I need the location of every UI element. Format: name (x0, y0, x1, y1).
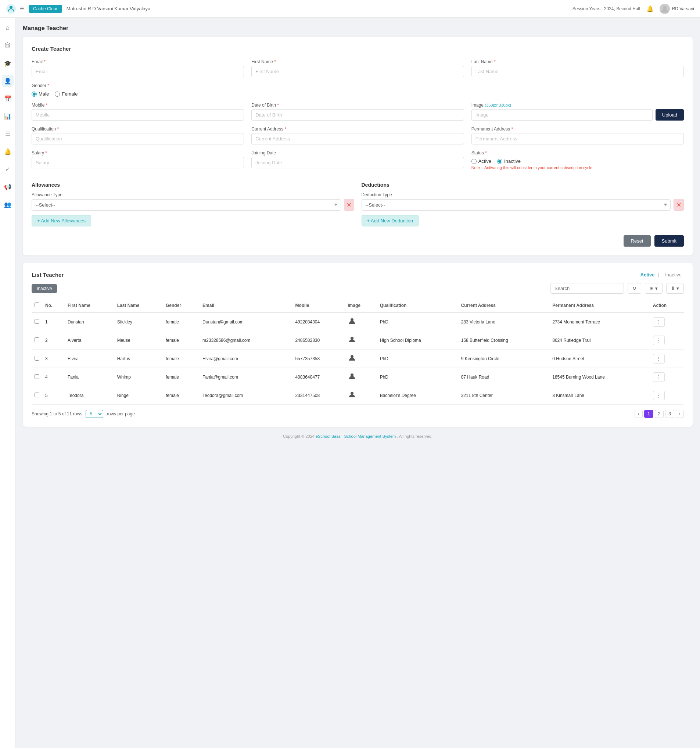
mobile-field[interactable] (32, 109, 244, 120)
status-label: Status * (471, 151, 684, 155)
cell-permanent-address: 8 Kinsman Lane (549, 386, 650, 405)
footer-suffix: . All rights reserved. (397, 434, 433, 438)
status-inactive-option[interactable]: Inactive (497, 158, 521, 164)
pagination-page-3[interactable]: 3 (665, 410, 674, 418)
menu-icon[interactable]: ☰ (20, 6, 24, 11)
reset-button[interactable]: Reset (624, 235, 651, 247)
cell-image (345, 312, 377, 331)
allowance-type-select[interactable]: --Select-- (32, 199, 341, 211)
permanent-address-label: Permanent Address * (471, 126, 684, 132)
per-page-select[interactable]: 5 10 25 (86, 410, 103, 418)
sidebar-item-chart[interactable]: 📊 (2, 110, 14, 122)
image-field[interactable] (471, 109, 653, 120)
search-input[interactable] (550, 283, 624, 294)
allowance-delete-button[interactable]: ✕ (344, 199, 354, 211)
form-row-3: Mobile * Date of Birth * Image (368px*33… (32, 103, 684, 120)
cache-clear-button[interactable]: Cache Clear (29, 5, 62, 13)
sidebar: ⌂ 🏛 🎓 👤 📅 📊 ☰ 🔔 ✓ 📢 👥 (0, 18, 15, 453)
cell-no: 1 (42, 312, 65, 331)
sidebar-item-list[interactable]: ☰ (2, 128, 14, 140)
permanent-address-field[interactable] (471, 133, 684, 144)
table-body: 1 Dunstan Stickley female Dunstan@gmail.… (32, 312, 684, 405)
action-menu-button[interactable]: ⋮ (653, 336, 665, 345)
refresh-button[interactable]: ↻ (628, 283, 641, 294)
status-active-radio[interactable] (471, 159, 477, 164)
user-menu[interactable]: RD Varsani (660, 4, 694, 14)
dob-label: Date of Birth * (251, 103, 464, 108)
cell-permanent-address: 18545 Burning Wood Lane (549, 368, 650, 386)
form-row-4: Qualification * Current Address * Perman… (32, 126, 684, 144)
salary-group: Salary * (32, 151, 244, 170)
inactive-tab[interactable]: Inactive (665, 272, 682, 278)
active-tab[interactable]: Active (641, 272, 655, 278)
create-teacher-title: Create Teacher (32, 46, 684, 52)
header-qualification: Qualification (377, 299, 458, 312)
header-no: No. (42, 299, 65, 312)
status-active-option[interactable]: Active (471, 158, 491, 164)
sidebar-item-calendar[interactable]: 📅 (2, 93, 14, 104)
add-deduction-button[interactable]: + Add New Deduction (361, 215, 419, 227)
pagination-page-1[interactable]: 1 (644, 410, 653, 418)
action-menu-button[interactable]: ⋮ (653, 372, 665, 382)
footer-link[interactable]: eSchool Saas - School Management System (316, 434, 396, 438)
qualification-label: Qualification * (32, 126, 244, 132)
image-label: Image (368px*338px) (471, 103, 684, 108)
sidebar-item-megaphone[interactable]: 📢 (2, 181, 14, 193)
row-checkbox[interactable] (35, 356, 39, 360)
sidebar-item-user[interactable]: 👤 (2, 75, 14, 87)
action-menu-button[interactable]: ⋮ (653, 391, 665, 400)
row-checkbox[interactable] (35, 338, 39, 342)
main-content: Manage Teacher Create Teacher Email * Fi… (15, 18, 700, 453)
gender-female-radio[interactable] (55, 91, 60, 97)
salary-field[interactable] (32, 157, 244, 168)
submit-button[interactable]: Submit (654, 235, 684, 247)
list-teacher-title: List Teacher (32, 272, 64, 278)
select-all-checkbox[interactable] (35, 303, 39, 307)
sidebar-item-bell[interactable]: 🔔 (2, 146, 14, 157)
svg-point-4 (351, 337, 354, 340)
row-checkbox[interactable] (35, 374, 39, 379)
dob-field[interactable] (251, 109, 464, 120)
sidebar-item-building[interactable]: 🏛 (2, 40, 14, 52)
image-upload-row: Upload (471, 109, 684, 120)
list-header: List Teacher Active | Inactive (32, 272, 684, 278)
action-menu-button[interactable]: ⋮ (653, 317, 665, 327)
pagination-prev[interactable]: ‹ (635, 410, 643, 418)
sidebar-item-home[interactable]: ⌂ (2, 22, 14, 34)
email-field[interactable] (32, 66, 244, 77)
footer-text: Copyright © 2024 (283, 434, 316, 438)
inactive-filter-button[interactable]: Inactive (32, 284, 57, 293)
notification-icon[interactable]: 🔔 (646, 5, 654, 12)
status-group: Status * Active Inactive Note :- Activat… (471, 151, 684, 170)
cell-action: ⋮ (650, 368, 684, 386)
qualification-field[interactable] (32, 133, 244, 144)
app-logo (6, 4, 16, 14)
action-menu-button[interactable]: ⋮ (653, 354, 665, 363)
status-note: Note :- Activating this will consider in… (471, 166, 684, 170)
pagination-page-2[interactable]: 2 (655, 410, 664, 418)
lastname-field[interactable] (471, 66, 684, 77)
sidebar-item-check[interactable]: ✓ (2, 163, 14, 175)
qualification-group: Qualification * (32, 126, 244, 144)
row-checkbox[interactable] (35, 392, 39, 397)
cell-image (345, 386, 377, 405)
upload-button[interactable]: Upload (656, 109, 684, 120)
allowances-deductions-section: Allowances Allowance Type --Select-- ✕ +… (32, 182, 684, 227)
pagination-next[interactable]: › (676, 410, 684, 418)
gender-female-option[interactable]: Female (55, 91, 77, 97)
status-inactive-radio[interactable] (497, 159, 502, 164)
export-button[interactable]: ⬇ ▾ (666, 283, 684, 294)
sidebar-item-person[interactable]: 👥 (2, 199, 14, 210)
deduction-delete-button[interactable]: ✕ (674, 199, 684, 211)
sidebar-item-graduation[interactable]: 🎓 (2, 57, 14, 69)
current-address-field[interactable] (251, 133, 464, 144)
gender-male-option[interactable]: Male (32, 91, 49, 97)
joining-date-field[interactable] (251, 157, 464, 168)
row-checkbox[interactable] (35, 319, 39, 324)
columns-button[interactable]: ⊞ ▾ (645, 283, 662, 294)
gender-male-radio[interactable] (32, 91, 37, 97)
add-allowance-button[interactable]: + Add New Allowances (32, 215, 91, 227)
firstname-field[interactable] (251, 66, 464, 77)
cell-image (345, 350, 377, 368)
deduction-type-select[interactable]: --Select-- (361, 199, 671, 211)
